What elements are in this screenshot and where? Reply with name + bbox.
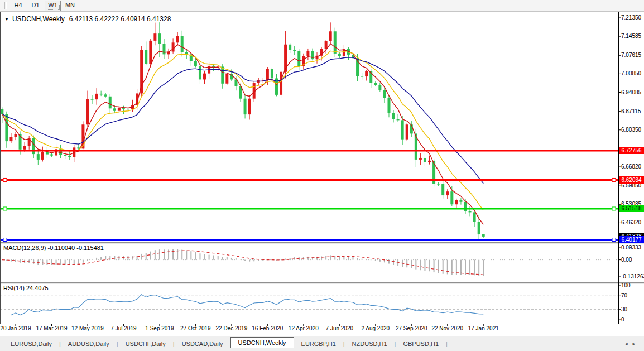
date-axis-label: 16 Feb 2020 <box>252 325 283 331</box>
price-axis-label: 7.21350 <box>621 15 641 21</box>
symbol-tabbar: EURUSD,Daily|AUDUSD,Daily|USDCHF,Daily|U… <box>0 336 644 351</box>
date-axis-label: 7 Jul 2019 <box>110 325 136 331</box>
chart-symbol-label: USDCNH,Weekly <box>12 15 65 23</box>
date-axis-label: 2 Aug 2020 <box>361 325 390 331</box>
tab-audusd-daily[interactable]: AUDUSD,Daily <box>61 338 117 349</box>
tab-nzdusd-h1[interactable]: NZDUSD,H1 <box>345 338 395 349</box>
tab-gbpusd-h1[interactable]: GBPUSD,H1 <box>396 338 446 349</box>
chart-canvas[interactable] <box>0 0 644 351</box>
price-axis-label: 6.66820 <box>621 164 641 170</box>
tab-usdchf-daily[interactable]: USDCHF,Daily <box>118 338 173 349</box>
price-axis-label: 7.00850 <box>621 70 641 77</box>
tab-eurusd-daily[interactable]: EURUSD,Daily <box>3 338 59 349</box>
tab-scroll-right-icon[interactable]: ► <box>632 342 640 347</box>
chart-ohlc-values: 6.42113 6.42222 6.40914 6.41328 <box>69 15 171 23</box>
date-axis-label: 7 Jun 2020 <box>326 325 354 331</box>
date-axis-label: 22 Dec 2019 <box>216 325 248 331</box>
macd-axis-label: -0.131263 <box>621 273 644 280</box>
rsi-axis-label: 0 <box>621 316 624 323</box>
tab-usdcad-daily[interactable]: USDCAD,Daily <box>175 338 230 349</box>
tab-scroll-left-icon[interactable]: ◄ <box>624 342 632 347</box>
tab-scroll-arrows[interactable]: ◄► <box>624 342 640 347</box>
price-axis-label: 6.94085 <box>621 89 641 96</box>
macd-axis-label: 0.00 <box>621 257 632 263</box>
date-axis-label: 17 Mar 2019 <box>36 325 67 331</box>
macd-axis-label: 0.09333 <box>621 244 641 251</box>
hline-price-badge: 6.72756 <box>619 147 644 154</box>
hline-price-badge: 6.62034 <box>619 176 644 184</box>
macd-indicator-label: MACD(12,26,9) -0.110040 -0.115481 <box>3 244 104 251</box>
rsi-indicator-label: RSI(14) 24.4075 <box>3 285 49 291</box>
date-axis-label: 22 Nov 2020 <box>431 325 463 331</box>
price-axis-label: 6.80350 <box>621 127 641 133</box>
date-axis-label: 20 Jan 2019 <box>0 325 31 331</box>
rsi-axis-label: 100 <box>621 282 631 289</box>
date-axis-label: 27 Oct 2019 <box>180 325 210 331</box>
tab-separator: | <box>446 340 448 347</box>
rsi-axis-label: 30 <box>621 306 627 313</box>
rsi-axis-label: 70 <box>621 292 627 299</box>
trading-platform-window: H4D1W1MN ▼USDCNH,Weekly6.42113 6.42222 6… <box>0 0 644 351</box>
date-axis-label: 27 Sep 2020 <box>396 325 427 331</box>
date-axis-label: 12 Apr 2020 <box>289 325 319 331</box>
tab-usdcnh-weekly[interactable]: USDCNH,Weekly <box>230 337 294 348</box>
date-axis-label: 1 Sep 2019 <box>145 325 174 331</box>
price-axis-label: 7.07615 <box>621 52 641 59</box>
date-axis-label: 17 Jan 2021 <box>468 325 499 331</box>
chart-title: ▼USDCNH,Weekly6.42113 6.42222 6.40914 6.… <box>4 15 171 23</box>
price-axis-label: 7.14585 <box>621 33 641 40</box>
price-axis-label: 6.46320 <box>621 219 641 226</box>
hline-price-badge: 6.51518 <box>619 205 644 212</box>
dropdown-icon: ▼ <box>4 17 9 22</box>
tab-eurgbp-h1[interactable]: EURGBP,H1 <box>294 338 343 349</box>
hline-price-badge: 6.40177 <box>619 236 644 243</box>
date-axis-label: 12 May 2019 <box>71 325 104 331</box>
price-axis-label: 6.87115 <box>621 108 641 115</box>
